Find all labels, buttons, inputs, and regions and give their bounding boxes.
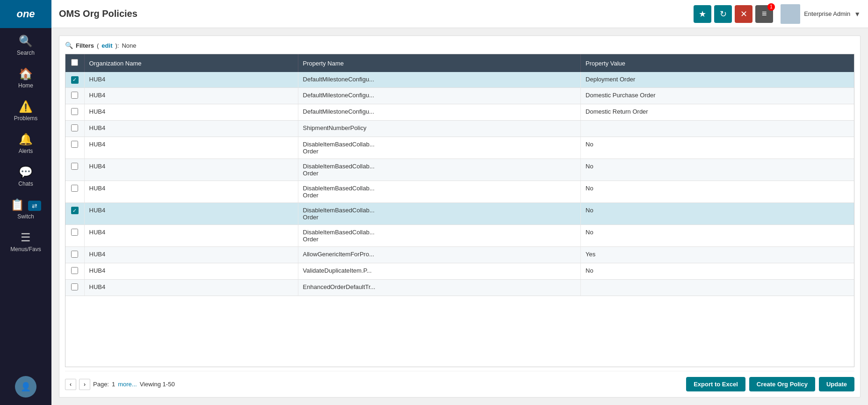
row-prop-value: No [581,159,854,181]
row-prop-name: DefaultMilestoneConfigu... [298,104,580,120]
row-org-name: HUB4 [84,137,298,159]
more-pages-link[interactable]: more... [118,381,137,388]
footer: ‹ › Page: 1 more... Viewing 1-50 Export … [65,371,854,391]
row-prop-value [581,120,854,137]
table-row: HUB4ValidateDuplicateItem.P...No [65,263,854,279]
row-checkbox-cell [65,159,84,181]
close-button[interactable]: ✕ [735,5,752,23]
row-checkbox[interactable] [71,251,78,258]
content-panel: 🔍 Filters ( edit ): None Organization Na… [59,36,861,398]
row-prop-value: Yes [581,246,854,263]
row-prop-name: ValidateDuplicateItem.P... [298,263,580,279]
table-row: HUB4DefaultMilestoneConfigu...Domestic P… [65,87,854,104]
user-menu: Enterprise Admin ▼ [781,4,861,24]
sidebar-item-home[interactable]: 🏠 Home [0,61,51,94]
table-wrapper: Organization Name Property Name Property… [65,54,854,367]
switch-badge-icon: ⇄ [28,201,41,211]
sidebar-item-search[interactable]: 🔍 Search [0,28,51,61]
warning-icon: ⚠️ [19,100,33,113]
table-row: HUB4EnhancedOrderDefaultTr... [65,279,854,296]
row-prop-name: DisableItemBasedCollab... Order [298,224,580,246]
refresh-button[interactable]: ↻ [714,5,732,23]
export-to-excel-button[interactable]: Export to Excel [686,377,745,391]
sidebar-logo[interactable]: one [0,0,51,28]
row-prop-value: Domestic Return Order [581,104,854,120]
row-checkbox-cell [65,181,84,202]
row-prop-value: Deployment Order [581,72,854,87]
row-checkbox-cell [65,263,84,279]
table-row: HUB4DisableItemBasedCollab... OrderNo [65,181,854,202]
row-checkbox[interactable] [71,124,78,131]
filters-paren-close: ): [115,42,119,49]
org-policies-table: Organization Name Property Name Property… [65,54,854,296]
row-prop-name: EnhancedOrderDefaultTr... [298,279,580,296]
user-name: Enterprise Admin [804,10,850,17]
content-area: 🔍 Filters ( edit ): None Organization Na… [51,28,868,405]
bell-icon: 🔔 [19,133,33,146]
row-checkbox[interactable] [71,141,78,148]
row-checkbox[interactable]: ✓ [71,207,79,214]
row-checkbox[interactable]: ✓ [71,76,79,84]
sidebar-item-alerts[interactable]: 🔔 Alerts [0,126,51,159]
row-org-name: HUB4 [84,104,298,120]
row-checkbox[interactable] [71,267,78,274]
row-prop-name: ShipmentNumberPolicy [298,120,580,137]
prev-page-button[interactable]: ‹ [65,379,76,390]
row-org-name: HUB4 [84,224,298,246]
row-prop-name: DisableItemBasedCollab... Order [298,181,580,202]
page-title: OMS Org Policies [59,8,694,19]
row-checkbox[interactable] [71,108,78,115]
update-button[interactable]: Update [819,377,854,391]
favorite-button[interactable]: ★ [694,5,711,23]
sidebar-item-switch[interactable]: 📋 ⇄ Switch [0,192,51,224]
user-dropdown-button[interactable]: ▼ [854,10,861,18]
filters-edit-link[interactable]: edit [101,42,112,49]
table-header-row: Organization Name Property Name Property… [65,54,854,72]
viewing-label: Viewing 1-50 [140,381,175,388]
row-prop-name: DefaultMilestoneConfigu... [298,87,580,104]
row-checkbox[interactable] [71,163,78,170]
row-checkbox-cell [65,246,84,263]
sidebar-item-chats[interactable]: 💬 Chats [0,159,51,192]
avatar[interactable]: 👤 [15,376,36,398]
search-icon: 🔍 [19,35,33,48]
notification-badge: 1 [767,3,775,11]
avatar-icon: 👤 [21,382,31,392]
next-page-button[interactable]: › [79,379,90,390]
row-checkbox[interactable] [71,185,78,192]
row-checkbox-cell [65,224,84,246]
header: OMS Org Policies ★ ↻ ✕ ≡ 1 Enterprise Ad… [51,0,868,28]
row-prop-name: DefaultMilestoneConfigu... [298,72,580,87]
sidebar-item-problems[interactable]: ⚠️ Problems [0,94,51,126]
row-checkbox[interactable] [71,283,78,290]
sidebar-menus-favs-label: Menus/Favs [10,246,41,253]
header-checkbox-cell [65,54,84,72]
create-org-policy-button[interactable]: Create Org Policy [749,377,815,391]
row-prop-value: No [581,224,854,246]
table-row: ✓HUB4DefaultMilestoneConfigu...Deploymen… [65,72,854,87]
hamburger-icon: ☰ [21,231,31,244]
row-org-name: HUB4 [84,181,298,202]
row-checkbox[interactable] [71,92,78,99]
row-org-name: HUB4 [84,159,298,181]
row-org-name: HUB4 [84,202,298,224]
switch-icon: 📋 [10,198,24,211]
row-checkbox-cell [65,104,84,120]
row-org-name: HUB4 [84,246,298,263]
sidebar-item-menus-favs[interactable]: ☰ Menus/Favs [0,224,51,257]
select-all-checkbox[interactable] [71,59,78,66]
sidebar-item-label: Alerts [19,148,33,154]
current-page: 1 [112,381,115,388]
header-prop-value: Property Value [581,54,854,72]
header-org-name: Organization Name [84,54,298,72]
table-row: HUB4DefaultMilestoneConfigu...Domestic R… [65,104,854,120]
row-prop-name: DisableItemBasedCollab... Order [298,159,580,181]
row-prop-value [581,279,854,296]
header-prop-name: Property Name [298,54,580,72]
row-org-name: HUB4 [84,263,298,279]
table-row: HUB4DisableItemBasedCollab... OrderNo [65,224,854,246]
header-actions: ★ ↻ ✕ ≡ 1 Enterprise Admin ▼ [694,4,861,24]
row-prop-name: DisableItemBasedCollab... Order [298,202,580,224]
page-label: Page: [93,381,109,388]
row-checkbox[interactable] [71,229,78,236]
